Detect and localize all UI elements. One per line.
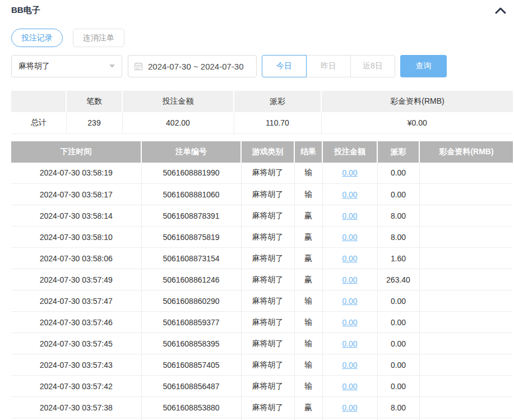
bet-amount-link[interactable]: 0.00 — [342, 382, 357, 391]
bonus-cell — [419, 333, 513, 354]
records-header-row: 下注时间 注单编号 游戏类别 结果 投注金额 派彩 彩金资料(RMB) — [11, 141, 513, 163]
bet-amount-cell: 0.00 — [322, 184, 377, 205]
date-range-input[interactable]: 2024-07-30 ~ 2024-07-30 — [128, 55, 257, 77]
bet-amount-link[interactable]: 0.00 — [342, 254, 357, 263]
table-row: 2024-07-30 03:57:43 5061608857405 麻将胡了 输… — [11, 354, 513, 376]
game-type-cell: 麻将胡了 — [241, 184, 294, 205]
query-button[interactable]: 查询 — [400, 55, 447, 77]
header-bonus: 彩金资料(RMB) — [419, 141, 513, 163]
game-type-cell: 麻将胡了 — [241, 248, 294, 269]
records-body: 2024-07-30 03:58:19 5061608881990 麻将胡了 输… — [11, 163, 513, 418]
range-last8days-button[interactable]: 近8日 — [350, 55, 395, 77]
summary-total-row: 总计 239 402.00 110.70 ¥0.00 — [11, 112, 513, 133]
header-bet-amount: 投注金额 — [322, 141, 377, 163]
bet-amount-link[interactable]: 0.00 — [342, 168, 357, 177]
bet-amount-link[interactable]: 0.00 — [342, 275, 357, 284]
payout-cell: 8.00 — [377, 227, 419, 248]
panel-header: BB电子 — [0, 0, 514, 16]
table-row: 2024-07-30 03:57:49 5061608861246 麻将胡了 赢… — [11, 269, 513, 290]
result-cell: 输 — [294, 290, 322, 312]
table-row: 2024-07-30 03:58:17 5061608881060 麻将胡了 输… — [11, 184, 513, 205]
range-today-button[interactable]: 今日 — [262, 55, 307, 77]
game-select[interactable]: 麻将胡了 — [11, 55, 122, 77]
bet-amount-link[interactable]: 0.00 — [342, 318, 357, 327]
header-bet-time: 下注时间 — [11, 141, 141, 163]
bonus-cell — [419, 312, 513, 333]
bonus-cell — [419, 269, 513, 290]
range-yesterday-button[interactable]: 昨日 — [306, 55, 351, 77]
payout-cell: 0.00 — [377, 354, 419, 376]
summary-header-payout: 派彩 — [234, 91, 321, 112]
payout-cell: 8.00 — [377, 397, 419, 418]
payout-cell: 0.00 — [377, 184, 419, 205]
bonus-cell — [419, 397, 513, 418]
bet-amount-link[interactable]: 0.00 — [342, 233, 357, 242]
result-cell: 输 — [294, 354, 322, 376]
summary-header-count: 笔数 — [66, 91, 122, 112]
summary-header-bonus: 彩金资料(RMB) — [321, 91, 513, 112]
header-order-number: 注单编号 — [141, 141, 241, 163]
table-row: 2024-07-30 03:57:42 5061608856487 麻将胡了 输… — [11, 376, 513, 397]
table-row: 2024-07-30 03:57:45 5061608858395 麻将胡了 输… — [11, 333, 513, 354]
bonus-cell — [419, 248, 513, 269]
order-number-cell: 5061608859377 — [141, 312, 241, 333]
game-type-cell: 麻将胡了 — [241, 397, 294, 418]
summary-total-count: 239 — [66, 112, 122, 133]
table-row: 2024-07-30 03:57:47 5061608860290 麻将胡了 输… — [11, 290, 513, 312]
payout-cell: 0.00 — [377, 290, 419, 312]
calendar-icon — [134, 62, 143, 71]
bet-amount-cell: 0.00 — [322, 333, 377, 354]
result-cell: 输 — [294, 184, 322, 205]
result-cell: 输 — [294, 376, 322, 397]
bet-amount-link[interactable]: 0.00 — [342, 297, 357, 306]
bonus-cell — [419, 184, 513, 205]
bet-amount-link[interactable]: 0.00 — [342, 339, 357, 348]
bet-amount-link[interactable]: 0.00 — [342, 190, 357, 199]
payout-cell: 0.00 — [377, 376, 419, 397]
bet-amount-cell: 0.00 — [322, 205, 377, 227]
game-type-cell: 麻将胡了 — [241, 269, 294, 290]
bet-time-cell: 2024-07-30 03:58:19 — [11, 163, 141, 184]
summary-total-label: 总计 — [11, 112, 66, 133]
game-type-cell: 麻将胡了 — [241, 354, 294, 376]
table-row: 2024-07-30 03:58:14 5061608878391 麻将胡了 赢… — [11, 205, 513, 227]
bet-amount-cell: 0.00 — [322, 227, 377, 248]
order-number-cell: 5061608873154 — [141, 248, 241, 269]
bet-time-cell: 2024-07-30 03:57:38 — [11, 397, 141, 418]
game-type-cell: 麻将胡了 — [241, 312, 294, 333]
order-number-cell: 5061608878391 — [141, 205, 241, 227]
records-table: 下注时间 注单编号 游戏类别 结果 投注金额 派彩 彩金资料(RMB) 2024… — [11, 141, 513, 420]
collapse-button[interactable] — [494, 7, 507, 15]
bet-amount-cell: 0.00 — [322, 354, 377, 376]
bet-amount-link[interactable]: 0.00 — [342, 211, 357, 220]
payout-cell: 8.00 — [377, 205, 419, 227]
game-type-cell: 麻将胡了 — [241, 205, 294, 227]
filter-toolbar: 麻将胡了 2024-07-30 ~ 2024-07-30 今日 昨日 近8日 查… — [11, 55, 514, 77]
bet-amount-link[interactable]: 0.00 — [342, 361, 357, 370]
order-number-cell: 5061608857405 — [141, 354, 241, 376]
header-game-type: 游戏类别 — [241, 141, 294, 163]
bet-amount-link[interactable]: 0.00 — [342, 403, 357, 412]
tab-bet-records[interactable]: 投注记录 — [11, 29, 63, 47]
page-title: BB电子 — [11, 5, 40, 16]
summary-header-row: 笔数 投注金额 派彩 彩金资料(RMB) — [11, 91, 513, 112]
bet-time-cell: 2024-07-30 03:57:46 — [11, 312, 141, 333]
bonus-cell — [419, 354, 513, 376]
result-cell: 赢 — [294, 205, 322, 227]
summary-header-bet-amount: 投注金额 — [122, 91, 234, 112]
order-number-cell: 5061608858395 — [141, 333, 241, 354]
tab-cancelled-orders[interactable]: 连消注单 — [73, 29, 124, 47]
order-number-cell: 5061608861246 — [141, 269, 241, 290]
bet-time-cell: 2024-07-30 03:58:17 — [11, 184, 141, 205]
result-cell: 输 — [294, 312, 322, 333]
table-row: 2024-07-30 03:57:46 5061608859377 麻将胡了 输… — [11, 312, 513, 333]
result-cell: 赢 — [294, 227, 322, 248]
bet-time-cell: 2024-07-30 03:57:49 — [11, 269, 141, 290]
payout-cell: 263.40 — [377, 269, 419, 290]
game-type-cell: 麻将胡了 — [241, 376, 294, 397]
record-type-tabs: 投注记录 连消注单 — [11, 29, 514, 47]
summary-table: 笔数 投注金额 派彩 彩金资料(RMB) 总计 239 402.00 110.7… — [11, 91, 513, 134]
game-type-cell: 麻将胡了 — [241, 163, 294, 184]
result-cell: 输 — [294, 163, 322, 184]
bet-time-cell: 2024-07-30 03:57:47 — [11, 290, 141, 312]
